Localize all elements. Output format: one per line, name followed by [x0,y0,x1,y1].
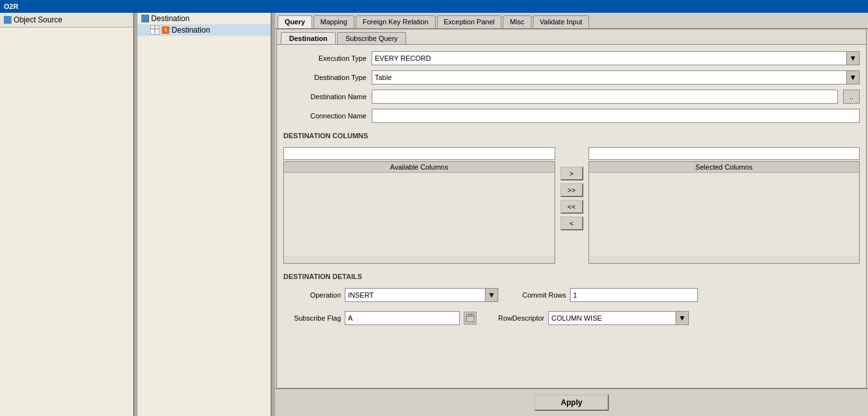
details-row-2: Subscribe Flag Ro [283,311,860,325]
destination-details-header: DESTINATION DETAILS [283,273,860,280]
top-tabs: Query Mapping Foreign Key Relation Excep… [275,13,868,29]
tree-destination-child-label: Destination [171,26,210,35]
selected-columns-body [589,173,860,256]
destination-name-input[interactable] [372,90,838,104]
tab-misc[interactable]: Misc [503,15,532,28]
execution-type-arrow[interactable]: ▼ [847,51,860,65]
table-child-icon [150,26,159,35]
destination-type-arrow[interactable]: ▼ [847,70,860,84]
destination-name-label: Destination Name [283,93,367,100]
right-panel: Query Mapping Foreign Key Relation Excep… [275,13,868,416]
move-right-one-button[interactable]: > [560,166,583,180]
commit-rows-label: Commit Rows [509,291,566,299]
calendar-icon [466,314,475,323]
tree-destination-child[interactable]: 1 Destination [138,24,271,36]
tab-query[interactable]: Query [278,15,312,28]
sub-tab-destination[interactable]: Destination [281,32,336,44]
operation-select[interactable]: INSERT UPDATE DELETE UPSERT [345,288,485,302]
connection-name-row: Connection Name [283,109,860,123]
subscribe-flag-icon[interactable] [464,312,477,324]
columns-area: Available Columns > >> << < [283,147,860,264]
svg-rect-3 [466,314,474,322]
object-source-header: Object Source [0,13,133,28]
selected-columns-list: Selected Columns [588,161,860,264]
title-bar: O2R [0,0,868,13]
commit-rows-input[interactable] [570,288,698,302]
grid-icon [4,16,12,24]
destination-name-row: Destination Name .. [283,90,860,104]
row-descriptor-select[interactable]: COLUMN WISE ROW WISE [548,311,676,325]
operation-select-arrow[interactable]: ▼ [485,288,498,302]
sub-tab-subscribe-query[interactable]: Subscribe Query [337,32,406,44]
object-source-title: Object Source [13,15,62,24]
connection-name-label: Connection Name [283,112,367,120]
operation-group: Operation INSERT UPDATE DELETE UPSERT ▼ [283,288,498,302]
commit-rows-group: Commit Rows [509,288,698,302]
title-bar-label: O2R [4,3,19,10]
orange-number-icon: 1 [162,26,170,34]
apply-button[interactable]: Apply [534,394,609,411]
tab-mapping[interactable]: Mapping [313,15,354,28]
selected-columns-search[interactable] [588,147,860,160]
execution-type-select[interactable]: EVERY RECORD ONCE [372,51,847,65]
operation-label: Operation [283,291,341,299]
connection-name-input[interactable] [372,109,860,123]
subscribe-flag-input[interactable] [345,311,460,325]
available-columns-search[interactable] [283,147,555,160]
destination-type-row: Destination Type Table View Procedure ▼ [283,70,860,84]
browse-button[interactable]: .. [843,90,860,104]
row-descriptor-arrow[interactable]: ▼ [676,311,689,325]
form-content: Execution Type EVERY RECORD ONCE ▼ Desti… [277,45,866,388]
row-descriptor-label: RowDescriptor [487,314,544,322]
tree-destination-root[interactable]: Destination [138,13,271,24]
destination-tree-panel: Destination 1 Destination [138,13,272,416]
content-area: Destination Subscribe Query Execution Ty… [276,29,867,388]
move-left-one-button[interactable]: < [560,216,583,230]
transfer-buttons: > >> << < [560,147,583,230]
move-right-all-button[interactable]: >> [560,183,583,197]
available-columns-label: Available Columns [284,162,555,173]
execution-type-label: Execution Type [283,54,367,62]
available-columns-body [284,173,555,256]
destination-type-select-wrapper: Table View Procedure ▼ [372,70,860,84]
selected-columns-box: Selected Columns [588,147,860,264]
sub-tabs: Destination Subscribe Query [277,29,866,44]
available-columns-box: Available Columns [283,147,555,264]
tab-validate-input[interactable]: Validate Input [533,15,589,28]
tree-destination-label: Destination [151,14,189,23]
execution-type-row: Execution Type EVERY RECORD ONCE ▼ [283,51,860,65]
details-row-1: Operation INSERT UPDATE DELETE UPSERT ▼ [283,288,860,302]
execution-type-select-wrapper: EVERY RECORD ONCE ▼ [372,51,860,65]
subscribe-flag-group: Subscribe Flag [283,311,477,325]
row-descriptor-group: RowDescriptor COLUMN WISE ROW WISE ▼ [487,311,689,325]
table-icon [141,15,149,22]
object-source-panel: Object Source [0,13,134,416]
destination-columns-header: DESTINATION COLUMNS [283,132,860,140]
tab-foreign-key-relation[interactable]: Foreign Key Relation [356,15,436,28]
destination-type-label: Destination Type [283,74,367,81]
tab-exception-panel[interactable]: Exception Panel [437,15,502,28]
apply-area: Apply [275,388,868,416]
move-left-all-button[interactable]: << [560,200,583,214]
available-columns-list: Available Columns [283,161,555,264]
selected-columns-label: Selected Columns [589,162,860,173]
destination-type-select[interactable]: Table View Procedure [372,70,847,84]
subscribe-flag-label: Subscribe Flag [283,314,341,322]
